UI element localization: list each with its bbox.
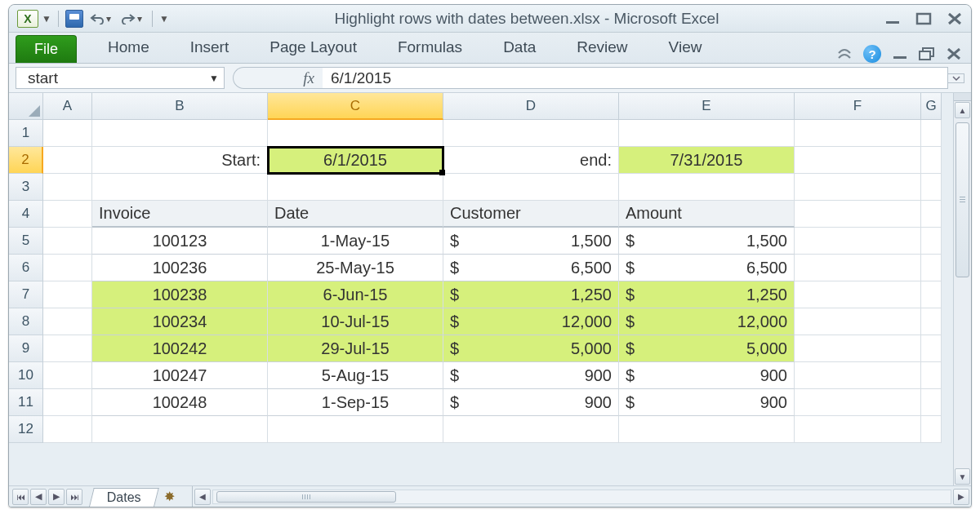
formula-expand-icon[interactable]: [948, 73, 964, 83]
fx-icon[interactable]: fx: [303, 69, 314, 87]
cell-F12[interactable]: [795, 416, 921, 443]
cell-C10[interactable]: 5-Aug-15: [268, 362, 443, 389]
col-header-G[interactable]: G: [921, 93, 942, 120]
cell-G1[interactable]: [921, 120, 942, 147]
col-header-A[interactable]: A: [43, 93, 92, 120]
cell-E6[interactable]: $6,500: [619, 255, 795, 281]
cell-A11[interactable]: [43, 389, 92, 416]
cell-G7[interactable]: [921, 281, 942, 308]
minimize-icon[interactable]: [884, 12, 901, 25]
sheet-nav-first-icon[interactable]: ⏮: [12, 489, 29, 505]
cell-D1[interactable]: [443, 120, 619, 147]
cell-G4[interactable]: [921, 201, 942, 228]
sheet-tab-dates[interactable]: Dates: [89, 488, 159, 507]
cell-B2[interactable]: Start:: [92, 147, 268, 174]
cell-D10[interactable]: $900: [443, 362, 619, 389]
workbook-restore-icon[interactable]: [919, 47, 935, 60]
row-header-11[interactable]: 11: [9, 389, 43, 416]
row-header-6[interactable]: 6: [9, 255, 43, 281]
tab-insert[interactable]: Insert: [176, 33, 244, 63]
row-header-2[interactable]: 2: [9, 147, 43, 174]
tab-data[interactable]: Data: [488, 33, 550, 63]
vscroll-track[interactable]: [954, 119, 971, 467]
tab-file[interactable]: File: [16, 35, 77, 63]
cell-B1[interactable]: [92, 120, 268, 147]
scroll-down-icon[interactable]: ▼: [955, 468, 970, 485]
cell-C1[interactable]: [268, 120, 443, 147]
cell-A7[interactable]: [43, 281, 92, 308]
row-header-5[interactable]: 5: [9, 228, 43, 255]
redo-dropdown-icon[interactable]: ▾: [137, 13, 142, 24]
cell-E9[interactable]: $5,000: [619, 335, 795, 362]
row-header-8[interactable]: 8: [9, 308, 43, 335]
row-header-10[interactable]: 10: [9, 362, 43, 389]
tab-review[interactable]: Review: [562, 33, 642, 63]
row-header-9[interactable]: 9: [9, 335, 43, 362]
col-header-F[interactable]: F: [795, 93, 921, 120]
cell-G9[interactable]: [921, 335, 942, 362]
cell-G11[interactable]: [921, 389, 942, 416]
tab-formulas[interactable]: Formulas: [383, 33, 477, 63]
row-header-7[interactable]: 7: [9, 281, 43, 308]
cell-A1[interactable]: [43, 120, 92, 147]
tab-page-layout[interactable]: Page Layout: [255, 33, 372, 63]
cell-E3[interactable]: [619, 174, 795, 201]
cell-E12[interactable]: [619, 416, 795, 443]
cell-F11[interactable]: [795, 389, 921, 416]
cell-F7[interactable]: [795, 281, 921, 308]
cell-E4[interactable]: Amount: [619, 201, 795, 228]
cell-A2[interactable]: [43, 147, 92, 174]
select-all-corner[interactable]: [9, 93, 43, 120]
name-box[interactable]: start ▼: [16, 67, 225, 89]
cell-F8[interactable]: [795, 308, 921, 335]
cell-B11[interactable]: 100248: [92, 389, 268, 416]
cell-B10[interactable]: 100247: [92, 362, 268, 389]
name-box-dropdown-icon[interactable]: ▼: [209, 73, 219, 84]
ribbon-minimize-icon[interactable]: [837, 48, 852, 60]
row-header-12[interactable]: 12: [9, 416, 43, 443]
cell-A5[interactable]: [43, 228, 92, 255]
cell-B7[interactable]: 100238: [92, 281, 268, 308]
cell-C12[interactable]: [268, 416, 443, 443]
cell-F4[interactable]: [795, 201, 921, 228]
cell-G5[interactable]: [921, 228, 942, 255]
horizontal-scrollbar[interactable]: ◀ ▶: [192, 486, 971, 507]
sheet-nav-prev-icon[interactable]: ◀: [30, 489, 47, 505]
cell-E5[interactable]: $1,500: [619, 228, 795, 255]
cell-D7[interactable]: $1,250: [443, 281, 619, 308]
cell-D9[interactable]: $5,000: [443, 335, 619, 362]
row-header-1[interactable]: 1: [9, 120, 43, 147]
col-header-D[interactable]: D: [443, 93, 619, 120]
cell-B4[interactable]: Invoice: [92, 201, 268, 228]
cell-D6[interactable]: $6,500: [443, 255, 619, 281]
maximize-icon[interactable]: [915, 12, 932, 25]
split-handle[interactable]: [954, 93, 971, 101]
qat-customize-icon[interactable]: ▼: [159, 13, 169, 24]
cell-F5[interactable]: [795, 228, 921, 255]
cell-D5[interactable]: $1,500: [443, 228, 619, 255]
sheet-nav-next-icon[interactable]: ▶: [48, 489, 65, 505]
workbook-minimize-icon[interactable]: [893, 48, 907, 60]
grid[interactable]: ABCDEFG12Start:6/1/2015end:7/31/201534In…: [9, 93, 953, 485]
cell-C8[interactable]: 10-Jul-15: [268, 308, 443, 335]
cell-C2[interactable]: 6/1/2015: [268, 147, 443, 174]
cell-G8[interactable]: [921, 308, 942, 335]
cell-A9[interactable]: [43, 335, 92, 362]
app-menu-dropdown-icon[interactable]: ▼: [42, 13, 51, 24]
cell-C4[interactable]: Date: [268, 201, 443, 228]
excel-icon[interactable]: X: [17, 10, 38, 28]
workbook-close-icon[interactable]: [947, 48, 961, 60]
cell-B3[interactable]: [92, 174, 268, 201]
cell-A10[interactable]: [43, 362, 92, 389]
cell-E7[interactable]: $1,250: [619, 281, 795, 308]
tab-home[interactable]: Home: [93, 33, 164, 63]
cell-E1[interactable]: [619, 120, 795, 147]
cell-C3[interactable]: [268, 174, 443, 201]
redo-button[interactable]: ▾: [118, 13, 145, 24]
cell-A8[interactable]: [43, 308, 92, 335]
scroll-left-icon[interactable]: ◀: [194, 489, 211, 505]
cell-F1[interactable]: [795, 120, 921, 147]
row-header-4[interactable]: 4: [9, 201, 43, 228]
cell-A12[interactable]: [43, 416, 92, 443]
formula-input[interactable]: 6/1/2015: [323, 67, 948, 89]
